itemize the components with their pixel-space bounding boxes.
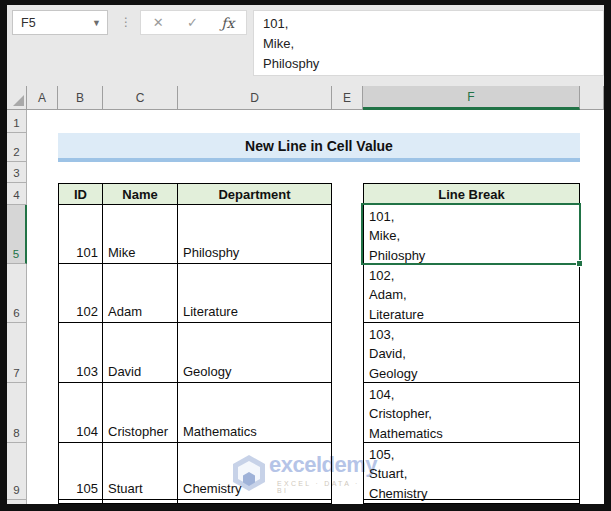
- row-header-9[interactable]: 9: [7, 443, 27, 500]
- select-all-triangle-icon: [13, 95, 24, 106]
- frame-border: [0, 0, 611, 5]
- cell-continuation[interactable]: [103, 500, 178, 503]
- cell-line: 103,: [369, 325, 579, 344]
- cell-continuation[interactable]: [178, 500, 331, 503]
- cell-department[interactable]: Literature: [178, 264, 331, 323]
- cell-line: Literature: [369, 305, 579, 324]
- cell-line: Geology: [369, 364, 579, 383]
- formula-bar-grip-icon[interactable]: ⋮: [120, 9, 128, 35]
- formula-line: 101,: [263, 14, 603, 34]
- cell-line: Cristopher,: [369, 404, 579, 423]
- select-all-button[interactable]: [7, 86, 27, 110]
- frame-border: [0, 0, 7, 511]
- enter-icon[interactable]: ✓: [187, 15, 198, 30]
- row-header-3[interactable]: 3: [7, 162, 27, 183]
- cell-line: Mathematics: [369, 424, 579, 443]
- name-box-dropdown-icon[interactable]: ▼: [92, 18, 107, 28]
- row-header-7[interactable]: 7: [7, 323, 27, 383]
- active-cell-selection-border: [361, 203, 581, 265]
- cell-line: 102,: [369, 266, 579, 285]
- column-header-e[interactable]: E: [332, 86, 363, 110]
- formula-line: Mike,: [263, 34, 603, 54]
- row-header-4[interactable]: 4: [7, 183, 27, 205]
- cell-name[interactable]: Cristopher: [103, 383, 178, 443]
- name-box[interactable]: F5 ▼: [12, 10, 108, 35]
- cell-department[interactable]: Chemistry: [178, 443, 331, 500]
- row-header-2[interactable]: 2: [7, 133, 27, 162]
- cell-department[interactable]: Philosphy: [178, 205, 331, 264]
- row-header-1[interactable]: 1: [7, 110, 27, 133]
- cell-department[interactable]: Mathematics: [178, 383, 331, 443]
- cell-name[interactable]: Adam: [103, 264, 178, 323]
- cell-id[interactable]: 101: [59, 205, 103, 264]
- formula-bar-zone: F5 ▼ ⋮ ✕ ✓ ƒx 101, Mike, Philosphy: [7, 5, 604, 86]
- title-cell[interactable]: New Line in Cell Value: [58, 133, 580, 162]
- table-header-name[interactable]: Name: [103, 184, 178, 205]
- column-header-c[interactable]: C: [103, 86, 178, 110]
- cell-line: Stuart,: [369, 464, 579, 483]
- cell-id[interactable]: 105: [59, 443, 103, 500]
- cell-line: Adam,: [369, 285, 579, 304]
- excel-window: exceldemy EXCEL · DATA · BI F5 ▼ ⋮ ✕ ✓ ƒ…: [0, 0, 611, 511]
- cell-id[interactable]: 102: [59, 264, 103, 323]
- column-header-d[interactable]: D: [178, 86, 332, 110]
- cell-id[interactable]: 103: [59, 323, 103, 383]
- cancel-icon[interactable]: ✕: [153, 15, 164, 30]
- cell-line-break-f7[interactable]: 103, David, Geology: [364, 323, 579, 383]
- column-header-b[interactable]: B: [58, 86, 103, 110]
- cell-department[interactable]: Geology: [178, 323, 331, 383]
- formula-input[interactable]: 101, Mike, Philosphy: [253, 10, 604, 76]
- insert-function-icon[interactable]: ƒx: [221, 15, 234, 31]
- row-header-8[interactable]: 8: [7, 383, 27, 443]
- cell-line-break-f8[interactable]: 104, Cristopher, Mathematics: [364, 383, 579, 443]
- row-header-5-selected[interactable]: 5: [7, 205, 27, 264]
- cell-continuation[interactable]: [59, 500, 103, 503]
- cell-name[interactable]: David: [103, 323, 178, 383]
- column-header-f-selected[interactable]: F: [363, 86, 580, 110]
- formula-bar-buttons: ✕ ✓ ƒx: [140, 10, 247, 35]
- name-box-value: F5: [13, 16, 92, 30]
- frame-border: [0, 504, 611, 511]
- formula-line: Philosphy: [263, 54, 603, 74]
- cell-line: David,: [369, 344, 579, 363]
- cell-name[interactable]: Stuart: [103, 443, 178, 500]
- row-header-6[interactable]: 6: [7, 264, 27, 323]
- cell-id[interactable]: 104: [59, 383, 103, 443]
- cell-line-break-f9[interactable]: 105, Stuart, Chemistry: [364, 443, 579, 500]
- cell-continuation[interactable]: [364, 500, 579, 503]
- cell-line-break-f6[interactable]: 102, Adam, Literature: [364, 264, 579, 323]
- table-header-department[interactable]: Department: [178, 184, 331, 205]
- column-header-a[interactable]: A: [27, 86, 58, 110]
- cell-line: 105,: [369, 445, 579, 464]
- column-header-g-partial[interactable]: [580, 86, 604, 110]
- table-header-id[interactable]: ID: [59, 184, 103, 205]
- frame-border: [604, 0, 611, 511]
- table-header-line-break[interactable]: Line Break: [364, 184, 579, 205]
- fill-handle[interactable]: [576, 260, 583, 267]
- cell-name[interactable]: Mike: [103, 205, 178, 264]
- cell-line: 104,: [369, 385, 579, 404]
- main-table: ID Name Department 101 Mike Philosphy 10…: [58, 183, 332, 504]
